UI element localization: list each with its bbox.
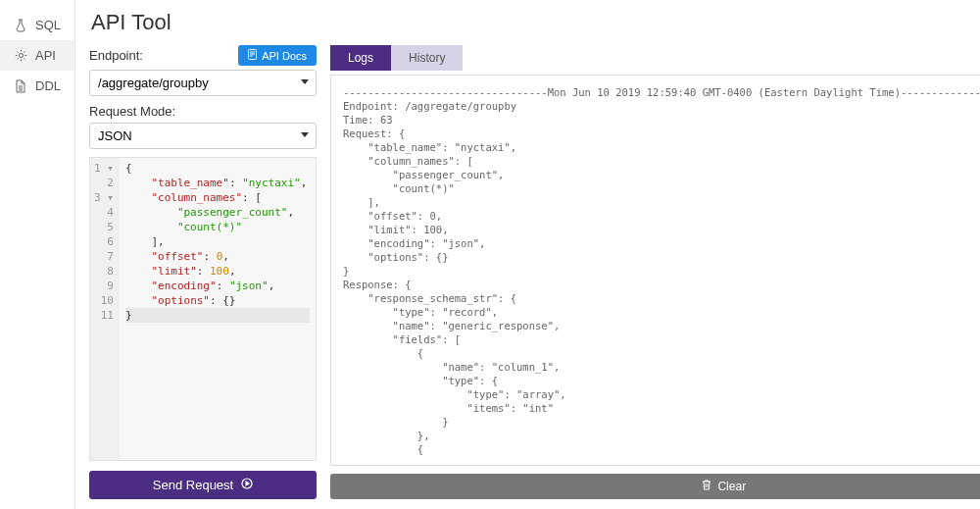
clear-label: Clear (717, 480, 746, 493)
flask-icon (14, 19, 27, 32)
columns: Endpoint: API Docs /aggregate/groupby Re… (89, 45, 980, 499)
tab-history[interactable]: History (391, 45, 463, 71)
tab-logs[interactable]: Logs (330, 45, 391, 71)
json-editor[interactable]: 1 ▾23 ▾4567891011 { "table_name": "nycta… (89, 157, 317, 461)
gear-icon (14, 49, 27, 63)
clear-button[interactable]: Clear (330, 474, 980, 499)
api-docs-button[interactable]: API Docs (238, 45, 317, 66)
send-request-label: Send Request (153, 478, 233, 492)
sidebar-item-label: DDL (35, 78, 61, 93)
send-request-button[interactable]: Send Request (89, 471, 317, 499)
main: API Tool Endpoint: API Docs /aggregate/g… (75, 0, 980, 509)
file-icon (248, 49, 257, 62)
right-panel: Logs History Clear Saved Queries -------… (330, 45, 980, 499)
request-mode-label: Request Mode: (89, 104, 317, 119)
sidebar-item-ddl[interactable]: DDL (0, 71, 74, 101)
log-output[interactable]: ---------------------------------Mon Jun… (330, 75, 980, 466)
editor-code[interactable]: { "table_name": "nyctaxi", "column_names… (120, 158, 316, 460)
page-title: API Tool (91, 10, 980, 35)
sidebar: SQL API DDL (0, 0, 75, 509)
sidebar-item-sql[interactable]: SQL (0, 10, 74, 40)
app: SQL API DDL API Tool Endpoint: (0, 0, 980, 509)
request-mode-select[interactable]: JSON (89, 123, 317, 149)
play-icon (241, 478, 253, 492)
svg-point-0 (19, 53, 23, 57)
doc-icon (14, 79, 27, 93)
endpoint-select[interactable]: /aggregate/groupby (89, 70, 317, 96)
endpoint-label: Endpoint: (89, 48, 143, 63)
editor-gutter: 1 ▾23 ▾4567891011 (90, 158, 120, 460)
sidebar-item-label: API (35, 48, 56, 63)
sidebar-item-label: SQL (35, 18, 61, 32)
trash-icon (702, 480, 711, 493)
api-docs-label: API Docs (262, 50, 307, 62)
left-panel: Endpoint: API Docs /aggregate/groupby Re… (89, 45, 317, 499)
sidebar-item-api[interactable]: API (0, 40, 74, 71)
tabs: Logs History (330, 45, 463, 71)
